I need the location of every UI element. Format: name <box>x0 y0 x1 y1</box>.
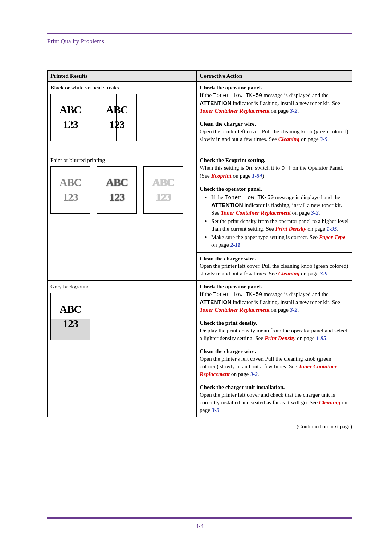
list-item: Make sure the paper type setting is corr… <box>205 234 349 249</box>
link-page-3-2[interactable]: 3-2 <box>311 210 319 216</box>
row2-printed-results: Faint or blurred printing ABC 123 ABC 12… <box>48 154 197 281</box>
row2-action1: Check the Ecoprint setting. When this se… <box>197 154 352 183</box>
row2-action2: Check the operator panel. If the Toner l… <box>197 183 352 252</box>
top-rule-thin <box>47 35 352 35</box>
link-paper-type[interactable]: Paper Type <box>319 234 345 240</box>
link-page-3-9[interactable]: 3-9 <box>320 136 328 142</box>
link-page-3-2[interactable]: 3-2 <box>290 108 298 114</box>
link-print-density[interactable]: Print Density <box>275 226 306 232</box>
page-footer: 4-4 <box>47 517 352 530</box>
row3-action2: Check the print density. Display the pri… <box>197 317 352 345</box>
link-print-density[interactable]: Print Density <box>265 335 295 341</box>
continued-note: (Continued on next page) <box>47 424 352 430</box>
sample-outline: ABC 123 <box>143 166 183 214</box>
row3-action1: Check the operator panel. If the Toner l… <box>197 281 352 317</box>
sample-blurred: ABC 123 <box>97 166 137 214</box>
sample-streak-white: ABC 123 <box>50 94 90 141</box>
link-page-1-95[interactable]: 1-95 <box>327 226 337 232</box>
section-title: Print Quality Problems <box>47 38 352 45</box>
row1-caption: Black or white vertical streaks <box>50 84 193 92</box>
link-page-1-54[interactable]: 1-54 <box>252 173 262 179</box>
link-page-3-9[interactable]: 3-9 <box>320 270 328 276</box>
link-page-1-95[interactable]: 1-95 <box>316 335 326 341</box>
top-rule-thick <box>47 33 352 34</box>
link-page-3-2[interactable]: 3-2 <box>250 371 258 377</box>
bottom-rule-thin <box>47 517 352 518</box>
problems-table: Printed Results Corrective Action Black … <box>47 70 352 417</box>
col-header-left: Printed Results <box>48 71 197 82</box>
link-toner-container-replacement[interactable]: Toner Container Replacement <box>221 210 290 216</box>
link-ecoprint[interactable]: Ecoprint <box>211 173 232 179</box>
bottom-rule-thick <box>47 518 352 519</box>
sample-streak-black: ABC 123 <box>97 94 137 141</box>
link-page-3-2[interactable]: 3-2 <box>290 307 298 313</box>
list-item: If the Toner low TK-50 message is displa… <box>205 194 349 217</box>
link-cleaning[interactable]: Cleaning <box>278 270 300 276</box>
link-toner-container-replacement[interactable]: Toner Container Replacement <box>200 307 269 313</box>
col-header-right: Corrective Action <box>197 71 352 82</box>
row3-printed-results: Grey background. ABC 123 <box>48 281 197 417</box>
link-page-2-11[interactable]: 2-11 <box>230 242 241 248</box>
row1-action2: Clean the charger wire. Open the printer… <box>197 118 352 154</box>
row3-action4: Check the charger unit installation. Ope… <box>197 381 352 417</box>
sample-grey-background: ABC 123 <box>50 293 90 340</box>
row3-caption: Grey background. <box>50 283 193 291</box>
page-number: 4-4 <box>47 523 352 530</box>
sample-faint: ABC 123 <box>50 166 90 214</box>
list-item: Set the print density from the operator … <box>205 218 349 233</box>
link-page-3-9[interactable]: 3-9 <box>212 407 219 413</box>
row2-action3: Clean the charger wire. Open the printer… <box>197 252 352 281</box>
row3-action3: Clean the charger wire. Open the printer… <box>197 345 352 381</box>
row2-caption: Faint or blurred printing <box>50 157 193 164</box>
row1-printed-results: Black or white vertical streaks ABC 123 … <box>48 81 197 154</box>
link-cleaning[interactable]: Cleaning <box>278 136 300 142</box>
link-toner-container-replacement[interactable]: Toner Container Replacement <box>200 108 269 114</box>
row1-action1: Check the operator panel. If the Toner l… <box>197 81 352 118</box>
link-cleaning[interactable]: Cleaning <box>319 399 340 405</box>
